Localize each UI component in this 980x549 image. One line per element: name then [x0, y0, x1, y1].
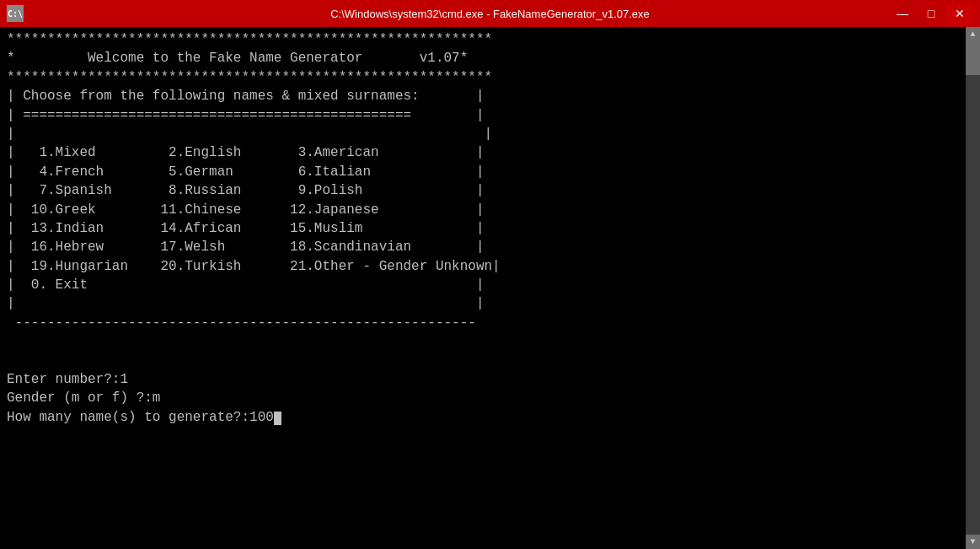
scrollbar[interactable]: ▲ ▼ — [966, 27, 980, 549]
cmd-window: C:\ C:\Windows\system32\cmd.exe - FakeNa… — [0, 0, 980, 549]
minimize-button[interactable]: — — [889, 4, 916, 23]
terminal-line-20: How many name(s) to generate?:100 — [7, 410, 274, 425]
terminal-line-6: | 1.Mixed 2.English 3.American | — [7, 145, 485, 160]
title-bar-left: C:\ — [7, 5, 24, 22]
terminal-line-0: ****************************************… — [7, 32, 492, 47]
terminal-line-7: | 4.French 5.German 6.Italian | — [7, 164, 485, 180]
terminal-line-12: | 19.Hungarian 20.Turkish 21.Other - Gen… — [7, 259, 501, 274]
title-bar: C:\ C:\Windows\system32\cmd.exe - FakeNa… — [0, 0, 980, 27]
terminal-line-13: | 0. Exit | — [7, 277, 485, 293]
window-controls: — □ ✕ — [889, 4, 973, 23]
cursor — [274, 412, 281, 425]
window-title: C:\Windows\system32\cmd.exe - FakeNameGe… — [0, 8, 980, 20]
scrollbar-thumb[interactable] — [966, 41, 980, 75]
scroll-down-button[interactable]: ▼ — [966, 535, 980, 549]
close-button[interactable]: ✕ — [946, 4, 973, 23]
cmd-icon: C:\ — [7, 5, 24, 22]
terminal-line-11: | 16.Hebrew 17.Welsh 18.Scandinavian | — [7, 240, 485, 255]
terminal-line-10: | 13.Indian 14.African 15.Muslim | — [7, 221, 485, 236]
terminal-line-1: * Welcome to the Fake Name Generator v1.… — [7, 51, 468, 66]
terminal-line-3: | Choose from the following names & mixe… — [7, 89, 485, 104]
terminal-container: ****************************************… — [0, 27, 980, 549]
terminal-line-4: | ======================================… — [7, 108, 485, 123]
terminal-line-9: | 10.Greek 11.Chinese 12.Japanese | — [7, 202, 485, 218]
terminal-line-15: ----------------------------------------… — [7, 315, 485, 331]
terminal-line-8: | 7.Spanish 8.Russian 9.Polish | — [7, 183, 485, 198]
terminal-line-18: Enter number?:1 — [7, 372, 128, 387]
scroll-up-button[interactable]: ▲ — [966, 27, 980, 41]
terminal-line-5: | | — [7, 126, 492, 142]
terminal-line-19: Gender (m or f) ?:m — [7, 390, 160, 406]
terminal-output[interactable]: ****************************************… — [0, 27, 966, 549]
maximize-button[interactable]: □ — [918, 4, 945, 23]
scrollbar-track[interactable] — [966, 41, 980, 535]
terminal-line-14: | | — [7, 296, 485, 311]
terminal-line-2: ****************************************… — [7, 70, 492, 85]
